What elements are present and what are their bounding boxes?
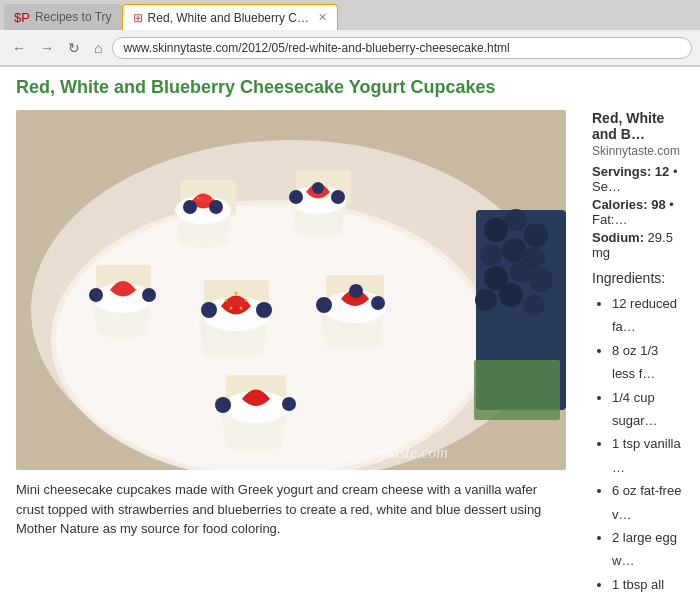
content-area: skinnytaste.com Mini cheesecake cupcakes… xyxy=(16,110,684,593)
svg-point-14 xyxy=(475,289,497,311)
home-button[interactable]: ⌂ xyxy=(90,38,106,58)
svg-point-22 xyxy=(197,197,199,199)
svg-point-26 xyxy=(209,200,223,214)
svg-point-15 xyxy=(499,283,523,307)
tab-bar: $P Recipes to Try ⊞ Red, White and Blueb… xyxy=(0,0,700,30)
sodium-label: Sodium: xyxy=(592,230,644,245)
ingredient-item: 1/4 cup sugar… xyxy=(612,386,684,433)
page-content: Red, White and Blueberry Cheesecake Yogu… xyxy=(0,67,700,593)
svg-point-6 xyxy=(505,209,527,231)
svg-point-29 xyxy=(289,190,303,204)
ingredient-item: 8 oz 1/3 less f… xyxy=(612,339,684,386)
svg-point-34 xyxy=(89,288,103,302)
svg-point-23 xyxy=(205,193,207,195)
svg-point-7 xyxy=(524,223,548,247)
ingredient-item: 2 large egg w… xyxy=(612,526,684,573)
sodium-meta: Sodium: 29.5 mg xyxy=(592,230,684,260)
ingredients-label: Ingredients: xyxy=(592,270,684,286)
recipe-image-svg: skinnytaste.com xyxy=(16,110,566,470)
calories-label: Calories: 98 xyxy=(592,197,666,212)
recipe-title-right: Red, White and B… xyxy=(592,110,684,142)
servings-label: Servings: 12 xyxy=(592,164,669,179)
svg-point-53 xyxy=(282,397,296,411)
tab-close-button[interactable]: ✕ xyxy=(318,11,327,24)
page-title: Red, White and Blueberry Cheesecake Yogu… xyxy=(16,77,684,98)
servings-meta: Servings: 12 • Se… xyxy=(592,164,684,194)
svg-point-44 xyxy=(256,302,272,318)
site-name: Skinnytaste.com xyxy=(592,144,684,158)
left-column: skinnytaste.com Mini cheesecake cupcakes… xyxy=(16,110,576,593)
right-column: Red, White and B… Skinnytaste.com Servin… xyxy=(592,110,684,593)
pinterest-icon: $P xyxy=(14,10,30,25)
svg-point-39 xyxy=(235,292,238,295)
nav-bar: ← → ↻ ⌂ xyxy=(0,30,700,66)
calories-meta: Calories: 98 • Fat:… xyxy=(592,197,684,227)
svg-point-38 xyxy=(225,299,228,302)
svg-point-41 xyxy=(230,307,233,310)
svg-point-25 xyxy=(183,200,197,214)
svg-point-48 xyxy=(371,296,385,310)
svg-point-31 xyxy=(312,182,324,194)
svg-point-30 xyxy=(331,190,345,204)
svg-point-16 xyxy=(523,294,545,316)
refresh-button[interactable]: ↻ xyxy=(64,38,84,58)
svg-point-13 xyxy=(529,268,553,292)
ingredient-item: 1 tsp vanilla … xyxy=(612,432,684,479)
forward-button[interactable]: → xyxy=(36,38,58,58)
active-tab-icon: ⊞ xyxy=(133,11,143,25)
tab-active[interactable]: ⊞ Red, White and Blueberry C… ✕ xyxy=(122,4,338,30)
tab-active-label: Red, White and Blueberry C… xyxy=(148,11,309,25)
svg-point-5 xyxy=(484,218,508,242)
svg-point-47 xyxy=(316,297,332,313)
tab-inactive-label: Recipes to Try xyxy=(35,10,112,24)
svg-point-49 xyxy=(349,284,363,298)
svg-point-12 xyxy=(510,261,532,283)
ingredients-list: 12 reduced fa… 8 oz 1/3 less f… 1/4 cup … xyxy=(592,292,684,593)
browser-chrome: $P Recipes to Try ⊞ Red, White and Blueb… xyxy=(0,0,700,67)
svg-text:skinnytaste.com: skinnytaste.com xyxy=(346,444,448,462)
back-button[interactable]: ← xyxy=(8,38,30,58)
svg-point-43 xyxy=(201,302,217,318)
svg-point-40 xyxy=(245,299,248,302)
svg-point-35 xyxy=(142,288,156,302)
svg-point-9 xyxy=(502,238,526,262)
tab-recipes-to-try[interactable]: $P Recipes to Try xyxy=(4,4,122,30)
svg-point-42 xyxy=(240,307,243,310)
recipe-image: skinnytaste.com xyxy=(16,110,566,470)
ingredient-item: 12 reduced fa… xyxy=(612,292,684,339)
recipe-description: Mini cheesecake cupcakes made with Greek… xyxy=(16,480,566,539)
svg-point-8 xyxy=(480,244,502,266)
address-bar[interactable] xyxy=(112,37,692,59)
svg-point-52 xyxy=(215,397,231,413)
ingredient-item: 6 oz fat-free v… xyxy=(612,479,684,526)
ingredient-item: 1 tbsp all purp… xyxy=(612,573,684,593)
svg-rect-17 xyxy=(474,360,560,420)
svg-point-24 xyxy=(211,198,213,200)
